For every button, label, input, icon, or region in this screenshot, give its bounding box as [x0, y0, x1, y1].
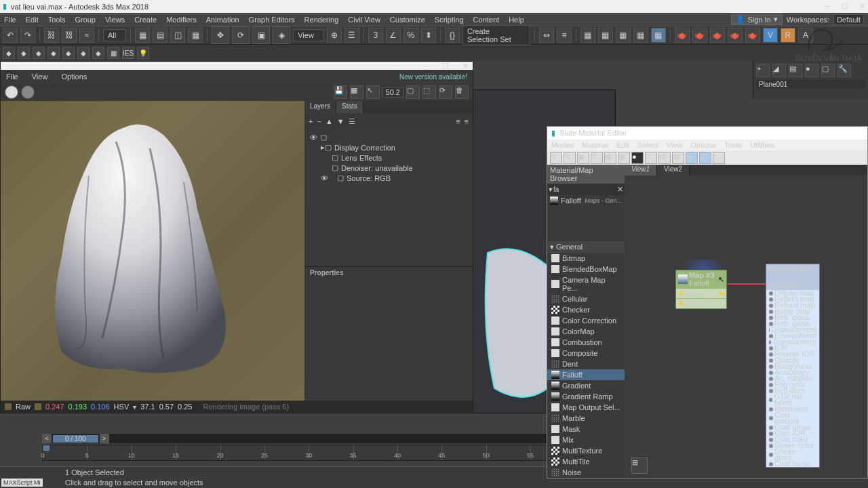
browser-group-general[interactable]: ▾ General [547, 241, 625, 253]
slate-menu-modes[interactable]: Modes [551, 141, 574, 149]
unlink-icon[interactable]: ⛓ [62, 28, 77, 43]
tb2-icon[interactable]: ▦ [107, 47, 119, 59]
nav-icon[interactable]: ▤ [658, 152, 671, 164]
map-item-bitmap[interactable]: Bitmap [547, 253, 625, 264]
create-tab-icon[interactable]: + [756, 64, 770, 77]
tree-denoiser[interactable]: Denoiser: unavailable [341, 164, 413, 172]
map-item-blendedboxmap[interactable]: BlendedBoxMap [547, 264, 625, 274]
map-item-mask[interactable]: Mask [547, 424, 625, 434]
render-menu-view[interactable]: View [32, 73, 48, 81]
workspaces-dropdown[interactable]: Default [833, 14, 864, 25]
collapse-icon[interactable]: ≡ [456, 117, 460, 125]
pointer-icon[interactable]: ↖ [550, 152, 562, 164]
add-icon[interactable]: + [309, 117, 313, 125]
vray-icon[interactable]: V [763, 28, 778, 43]
selection-filter-dropdown[interactable]: All [103, 29, 126, 41]
map-item-noise[interactable]: Noise [547, 467, 625, 478]
tb2-icon[interactable]: ◆ [47, 47, 60, 59]
tb2-icon[interactable]: ◆ [62, 47, 75, 59]
menu-views[interactable]: Views [105, 16, 125, 24]
tb2-icon[interactable]: ◆ [33, 47, 45, 59]
cursor-icon[interactable]: ↖ [366, 85, 380, 99]
toggle-ribbon-icon[interactable]: ▦ [598, 28, 613, 43]
browser-toggle-icon[interactable]: ▦ [686, 152, 698, 164]
slate-titlebar[interactable]: ▮ Slate Material Editor [547, 127, 867, 140]
mode-raw[interactable]: Raw [16, 403, 31, 411]
map-item-cameramappe[interactable]: Camera Map Pe... [547, 274, 625, 293]
tb2-icon[interactable]: IES [122, 47, 134, 59]
ref-coord-dropdown[interactable]: View [293, 29, 324, 41]
maxscript-listener[interactable]: MAXScript Mi [1, 479, 43, 487]
falloff-node[interactable]: Map #3Falloff↖ Map 1 Map 2 [675, 270, 727, 309]
render-prod-icon[interactable]: 🫖 [728, 28, 743, 43]
menu-modifiers[interactable]: Modifiers [166, 16, 197, 24]
map-item-mix[interactable]: Mix [547, 434, 625, 445]
slate-menu-select[interactable]: Select [637, 141, 658, 149]
map-item-dent[interactable]: Dent [547, 359, 625, 369]
map-item-checker[interactable]: Checker [547, 304, 625, 315]
render-setup-icon[interactable]: 🫖 [675, 28, 690, 43]
placement-icon[interactable]: ◈ [273, 26, 290, 44]
view1-tab[interactable]: View1 [625, 165, 657, 176]
layout2-icon[interactable]: ▦ [618, 152, 630, 164]
display-tab-icon[interactable]: ▢ [821, 64, 835, 77]
up-icon[interactable]: ▲ [326, 117, 333, 125]
save-icon[interactable]: 💾 [334, 85, 347, 99]
close-button[interactable]: ✕ [859, 2, 865, 11]
tab-stats[interactable]: Stats [336, 101, 363, 113]
render-window-titlebar[interactable]: ─ ☐ ✕ [1, 62, 473, 70]
render-frame-icon[interactable]: 🫖 [692, 28, 707, 43]
layer-explorer-icon[interactable]: ▦ [580, 28, 595, 43]
percent-snap-icon[interactable]: % [403, 28, 418, 43]
view2-tab[interactable]: View2 [657, 165, 690, 176]
layout-icon[interactable]: ▦ [604, 152, 616, 164]
menu-file[interactable]: File [4, 16, 16, 24]
show-icon[interactable]: ● [631, 152, 644, 164]
remove-icon[interactable]: − [317, 117, 321, 125]
sign-in-button[interactable]: 👤 Sign In ▾ [731, 14, 783, 25]
maximize-icon[interactable]: ☐ [442, 62, 449, 70]
object-name[interactable]: Plane001 [756, 80, 865, 89]
region-icon[interactable]: ▢ [406, 85, 420, 99]
tab-layers[interactable]: Layers [304, 101, 336, 113]
align-icon[interactable]: ≡ [557, 28, 572, 43]
map-item-falloff[interactable]: Falloff [547, 369, 625, 380]
mode-hsv[interactable]: HSV [114, 403, 130, 411]
map-item-combustion[interactable]: Combustion [547, 337, 625, 348]
link-icon[interactable]: ⛓ [44, 28, 59, 43]
named-sets-icon[interactable]: {} [445, 28, 460, 43]
menu-help[interactable]: Help [509, 16, 524, 24]
navigator-icon[interactable]: ⊞ [631, 458, 648, 474]
select-name-icon[interactable]: ▤ [153, 28, 167, 43]
browser-falloff-item[interactable]: Falloff [561, 197, 581, 205]
map-item-colorcorrection[interactable]: Color Correction [547, 315, 625, 326]
node-view[interactable]: View1 View2 Map #3Falloff↖ Map 1 Map 2 M… [625, 165, 867, 478]
slate-menu-view[interactable]: View [667, 141, 683, 149]
tb2-icon[interactable]: ◆ [3, 47, 15, 59]
hierarchy-tab-icon[interactable]: ▤ [789, 64, 802, 77]
map-item-gradient[interactable]: Gradient [547, 380, 625, 391]
snap-icon[interactable]: 3 [368, 28, 383, 43]
zoom-value[interactable]: 50.2 [382, 87, 403, 98]
menu-create[interactable]: Create [134, 16, 157, 24]
slate-menu-tools[interactable]: Tools [724, 141, 742, 149]
window-crossing-icon[interactable]: ▦ [188, 28, 203, 43]
redo-icon[interactable]: ↷ [20, 28, 35, 43]
undo-icon[interactable]: ↶ [3, 28, 18, 43]
menu-scripting[interactable]: Scripting [435, 16, 464, 24]
slate-menu-options[interactable]: Options [690, 141, 716, 149]
param-toggle-icon[interactable]: ▦ [699, 152, 711, 164]
pick-icon[interactable]: ✎ [564, 152, 576, 164]
map-item-marble[interactable]: Marble [547, 413, 625, 424]
assign-icon[interactable]: ▣ [577, 152, 589, 164]
menu-animation[interactable]: Animation [206, 16, 239, 24]
menu-edit[interactable]: Edit [26, 16, 39, 24]
slate-menu-edit[interactable]: Edit [616, 141, 629, 149]
schematic-view-icon[interactable]: ▦ [633, 28, 648, 43]
refresh-icon[interactable]: ⟳ [439, 85, 452, 99]
map-item-composite[interactable]: Composite [547, 348, 625, 359]
map-item-gradientramp[interactable]: Gradient Ramp [547, 391, 625, 402]
bind-icon[interactable]: ≈ [79, 28, 94, 43]
menu-customize[interactable]: Customize [390, 16, 425, 24]
map-item-multitexture[interactable]: MultiTexture [547, 445, 625, 456]
